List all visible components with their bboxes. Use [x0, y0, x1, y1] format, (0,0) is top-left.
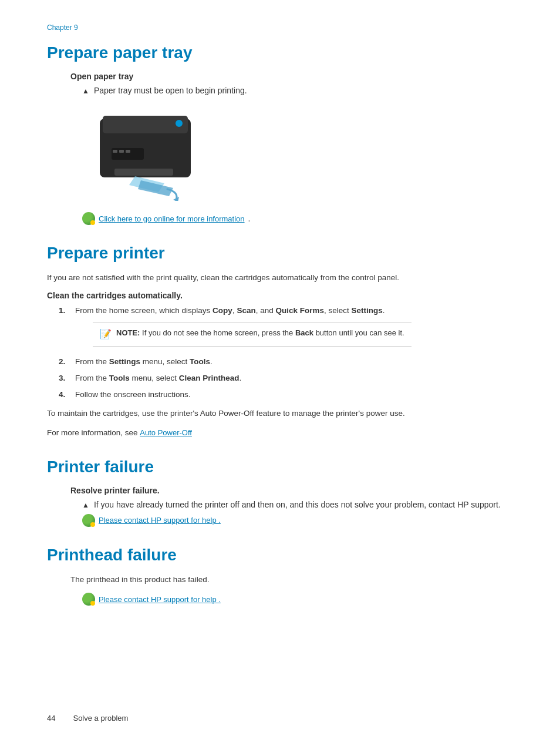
globe-icon: [82, 212, 95, 225]
printer-failure-link-row: Please contact HP support for help .: [82, 514, 513, 527]
more-info-text: For more information, see Auto Power-Off: [47, 427, 513, 439]
section-prepare-printer: Prepare printer If you are not satisfied…: [47, 244, 513, 439]
chapter-label: Chapter 9: [47, 23, 513, 32]
step-3: From the Tools menu, select Clean Printh…: [59, 372, 513, 384]
clean-steps-list: From the home screen, which displays Cop…: [47, 305, 513, 401]
bullet-printer-failure: ▲ If you have already turned the printer…: [70, 500, 513, 509]
printer-illustration: [82, 107, 211, 201]
bullet-paper-tray: ▲ Paper tray must be open to begin print…: [70, 86, 513, 95]
section-title-printer-failure: Printer failure: [47, 458, 513, 476]
step-2-text: From the Settings menu, select Tools.: [75, 356, 212, 368]
bullet-printer-failure-text: If you have already turned the printer o…: [94, 500, 501, 509]
online-info-link[interactable]: Click here to go online for more informa…: [99, 214, 245, 223]
step-3-text: From the Tools menu, select Clean Printh…: [75, 372, 241, 384]
svg-rect-4: [119, 150, 124, 153]
printhead-failure-link-row: Please contact HP support for help .: [82, 593, 513, 606]
footer-text: Solve a problem: [73, 714, 128, 723]
step-1: From the home screen, which displays Cop…: [59, 305, 513, 351]
step-4-text: Follow the onscreen instructions.: [75, 389, 191, 401]
note-box-step1: 📝 NOTE: If you do not see the home scree…: [93, 322, 411, 347]
page-footer: 44 Solve a problem: [47, 714, 513, 723]
section-title-printhead-failure: Printhead failure: [47, 546, 513, 564]
svg-rect-3: [113, 150, 117, 153]
printer-failure-support-link[interactable]: Please contact HP support for help .: [99, 516, 221, 525]
auto-power-off-link[interactable]: Auto Power-Off: [140, 428, 192, 437]
section-title-prepare-printer: Prepare printer: [47, 244, 513, 263]
subheading-open-paper-tray: Open paper tray: [70, 72, 513, 81]
step-4: Follow the onscreen instructions.: [59, 389, 513, 401]
svg-rect-5: [126, 150, 130, 153]
globe-icon-2: [82, 514, 95, 527]
svg-point-10: [176, 120, 183, 127]
step-2: From the Settings menu, select Tools.: [59, 356, 513, 368]
subheading-clean-cartridges: Clean the cartridges automatically.: [47, 291, 513, 300]
printer-image-container: [82, 107, 513, 203]
auto-power-off-text: To maintain the cartridges, use the prin…: [47, 408, 513, 419]
step-1-text: From the home screen, which displays Cop…: [75, 306, 385, 315]
bullet-paper-tray-text: Paper tray must be open to begin printin…: [94, 86, 247, 95]
bullet-triangle-icon-2: ▲: [82, 501, 89, 509]
note-icon: 📝: [100, 327, 112, 341]
bullet-triangle-icon: ▲: [82, 87, 89, 95]
section-title-prepare-paper-tray: Prepare paper tray: [47, 43, 513, 62]
svg-rect-6: [114, 169, 173, 176]
section-printhead-failure: Printhead failure The printhead in this …: [47, 546, 513, 606]
note-text: NOTE: If you do not see the home screen,…: [116, 327, 404, 339]
printhead-failure-intro: The printhead in this product has failed…: [70, 574, 513, 586]
subheading-resolve-printer-failure: Resolve printer failure.: [70, 486, 513, 495]
online-info-link-row: Click here to go online for more informa…: [82, 212, 513, 225]
svg-rect-1: [103, 116, 188, 133]
printhead-failure-support-link[interactable]: Please contact HP support for help .: [99, 595, 221, 604]
section-prepare-paper-tray: Prepare paper tray Open paper tray ▲ Pap…: [47, 43, 513, 225]
section-printer-failure: Printer failure Resolve printer failure.…: [47, 458, 513, 527]
page-number: 44: [47, 714, 55, 723]
prepare-printer-intro: If you are not satisfied with the print …: [47, 272, 513, 284]
globe-icon-3: [82, 593, 95, 606]
